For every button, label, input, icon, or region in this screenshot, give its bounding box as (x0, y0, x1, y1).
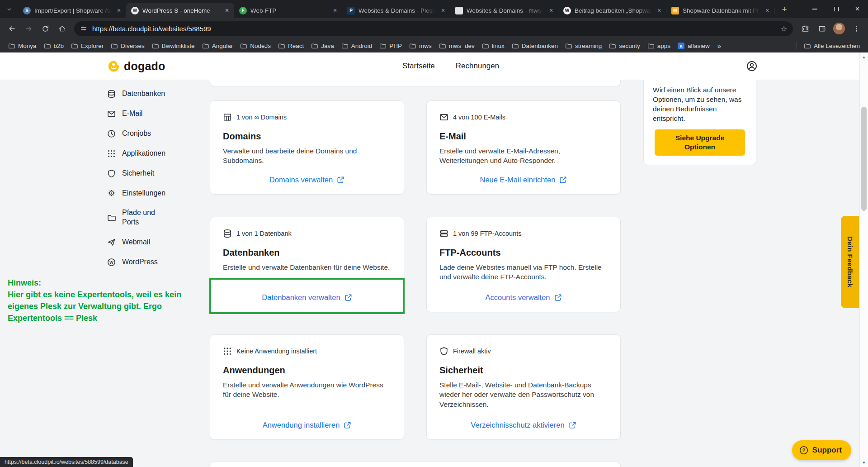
bookmark-datenbanken[interactable]: Datenbanken (508, 41, 561, 51)
page-scrollbar[interactable]: ▲ ▼ (859, 52, 868, 467)
card-meta-text: 4 von 100 E-Mails (453, 114, 505, 121)
card-link-anwendungen[interactable]: Anwendung installieren (263, 421, 352, 429)
feedback-tab[interactable]: Dein Feedback (841, 216, 859, 308)
bookmark-label: Datenbanken (522, 43, 558, 49)
back-button[interactable] (4, 21, 19, 36)
bookmarks-overflow-button[interactable]: » (713, 42, 725, 50)
site-nav: StartseiteRechnungen (402, 52, 499, 80)
tab-close-icon[interactable]: × (655, 6, 663, 14)
bookmark-php[interactable]: PHP (376, 41, 406, 51)
sidebar-item-label: Pfade und Ports (122, 208, 173, 227)
reload-button[interactable] (38, 21, 53, 36)
browser-tab-5[interactable]: WBeitrag bearbeiten „Shopware D× (558, 3, 666, 18)
sidebar-item-einstellungen[interactable]: ⚙Einstellungen (0, 183, 188, 203)
side-panel-button[interactable] (814, 21, 830, 36)
partial-card-bottom (210, 462, 621, 467)
card-link-email[interactable]: Neue E-Mail einrichten (480, 176, 567, 184)
card-description: Lade deine Websites manuell via FTP hoch… (439, 262, 608, 282)
bookmark-react[interactable]: React (274, 41, 307, 51)
card-link-datenbanken[interactable]: Datenbanken verwalten (262, 293, 352, 302)
browser-tab-1[interactable]: WWordPress S - oneHome× (126, 3, 234, 18)
browser-tab-3[interactable]: PWebsites & Domains - Plesk Ob× (342, 3, 450, 18)
scroll-up-icon[interactable]: ▲ (860, 53, 868, 61)
browser-menu-button[interactable] (849, 21, 864, 36)
tab-close-icon[interactable]: × (223, 6, 231, 14)
sidebar-item-e-mail[interactable]: E-Mail (0, 104, 188, 124)
tab-close-icon[interactable]: × (115, 6, 123, 14)
tab-close-icon[interactable]: × (331, 6, 339, 14)
minimize-icon (812, 9, 817, 9)
sidebar-item-label: Cronjobs (122, 129, 151, 138)
sidebar-item-applikationen[interactable]: Applikationen (0, 143, 188, 163)
sidebar-item-sicherheit[interactable]: Sicherheit (0, 163, 188, 183)
server-icon (439, 229, 448, 238)
sidebar-item-wordpress[interactable]: WWordPress (0, 252, 188, 272)
bookmark-star-icon[interactable]: ☆ (781, 24, 787, 33)
tab-close-icon[interactable]: × (547, 6, 555, 14)
bookmark-label: Explorer (81, 43, 104, 49)
bookmark-mws-dev[interactable]: mws_dev (435, 41, 478, 51)
tab-search-button[interactable] (0, 0, 18, 18)
address-bar[interactable]: https://beta.cloudpit.io/websites/588599… (74, 21, 793, 36)
bookmark-explorer[interactable]: Explorer (67, 41, 107, 51)
support-button[interactable]: ? Support (792, 440, 851, 460)
tab-title: Websites & Domains - mws-clo (467, 7, 543, 14)
card-link-ftp-accounts[interactable]: Accounts verwalten (485, 293, 561, 302)
site-info-icon[interactable] (80, 25, 87, 32)
bookmark-b2b[interactable]: b2b (40, 41, 68, 51)
bookmark-alfaview[interactable]: aalfaview (674, 41, 713, 51)
sidebar-item-cronjobs[interactable]: Cronjobs (0, 124, 188, 143)
scroll-down-icon[interactable]: ▼ (860, 459, 868, 466)
home-button[interactable] (54, 21, 70, 36)
bookmark-security[interactable]: security (605, 41, 644, 51)
sidebar-item-webmail[interactable]: Webmail (0, 232, 188, 252)
sidebar-item-pfade-und-ports[interactable]: Pfade und Ports (0, 203, 188, 232)
bookmark-bwwlinkliste[interactable]: Bwwlinkliste (148, 41, 198, 51)
window-minimize-button[interactable] (804, 0, 826, 18)
browser-tab-2[interactable]: FWeb-FTP× (234, 3, 342, 18)
tab-close-icon[interactable]: × (763, 6, 771, 14)
bookmarks-divider (797, 42, 797, 49)
bookmark-mws[interactable]: mws (406, 41, 435, 51)
card-link-sicherheit[interactable]: Verzeichnisschutz aktivieren (471, 421, 576, 429)
card-meta: 1 von 1 Datenbank (223, 229, 391, 238)
dogado-logo[interactable]: dogado (108, 52, 165, 80)
window-maximize-button[interactable] (826, 0, 847, 18)
card-link-label: Verzeichnisschutz aktivieren (471, 421, 564, 429)
bookmark-angular[interactable]: Angular (198, 41, 237, 51)
bookmark-apps[interactable]: apps (644, 41, 674, 51)
bookmark-nodejs[interactable]: NodeJs (236, 41, 274, 51)
tab-title: Websites & Domains - Plesk Ob (359, 7, 435, 14)
account-icon[interactable] (746, 61, 757, 71)
all-bookmarks-button[interactable]: Alle Lesezeichen (800, 41, 863, 51)
external-link-icon (554, 294, 562, 301)
browser-tab-0[interactable]: SImport/Export | Shopware Admin× (18, 3, 126, 18)
window-close-button[interactable]: × (847, 0, 868, 18)
bookmark-streaming[interactable]: streaming (561, 41, 605, 51)
bookmark-monya[interactable]: Monya (5, 41, 40, 51)
address-url[interactable]: https://beta.cloudpit.io/websites/588599 (92, 25, 776, 33)
tab-close-icon[interactable]: × (439, 6, 447, 14)
new-tab-button[interactable]: + (778, 3, 791, 16)
sidebar-item-datenbanken[interactable]: Datenbanken (0, 84, 188, 104)
extensions-button[interactable] (797, 21, 813, 36)
upgrade-button[interactable]: Siehe Upgrade Optionen (655, 129, 745, 156)
card-link-domains[interactable]: Domains verwalten (269, 176, 344, 184)
bookmark-linux[interactable]: linux (478, 41, 508, 51)
forward-button[interactable] (21, 21, 36, 36)
browser-tab-4[interactable]: Websites & Domains - mws-clo× (450, 3, 558, 18)
nav-rechnungen[interactable]: Rechnungen (456, 62, 499, 71)
bookmark-label: Angular (212, 43, 233, 49)
scrollbar-thumb[interactable] (861, 107, 867, 211)
nav-startseite[interactable]: Startseite (402, 62, 435, 71)
bookmark-diverses[interactable]: Diverses (107, 41, 148, 51)
browser-tab-6[interactable]: MShopware Datenbank mit PhpMy× (666, 3, 774, 18)
folder-icon (409, 43, 416, 49)
annotation-note: Hinweis: Hier gibt es keine Expertentool… (8, 277, 194, 324)
bookmark-android[interactable]: Android (338, 41, 376, 51)
folder-icon (278, 43, 285, 49)
folder-icon (202, 43, 209, 49)
bookmark-java[interactable]: Java (307, 41, 338, 51)
profile-avatar[interactable] (833, 23, 845, 34)
grid-icon (107, 149, 116, 158)
